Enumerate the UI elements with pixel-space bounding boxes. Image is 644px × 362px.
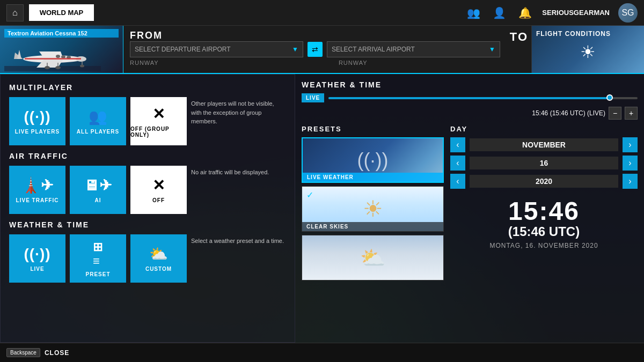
live-traffic-label: LIVE TRAFFIC [16, 197, 59, 203]
day-column: DAY ‹ NOVEMBER › ‹ 16 › ‹ 2020 › [450, 125, 638, 284]
svg-rect-10 [25, 58, 81, 60]
flight-conditions-icon: ☀ [536, 42, 640, 62]
tile-live-traffic[interactable]: 🗼✈ LIVE TRAFFIC [9, 166, 65, 214]
arrival-airport-select[interactable]: SELECT ARRIVAL AIRPORT ▼ [327, 41, 500, 57]
arrival-runway-label: RUNWAY [339, 60, 368, 66]
tile-all-players[interactable]: 👥 ALL PLAYERS [70, 97, 126, 145]
aircraft-name: Textron Aviation Cessna 152 [4, 29, 119, 38]
departure-runway-label: RUNWAY [130, 60, 159, 66]
flight-conditions-title: FLIGHT CONDITIONS [536, 30, 640, 38]
tile-off-group[interactable]: ✕ OFF (GROUP ONLY) [130, 97, 187, 145]
home-button[interactable]: ⌂ [6, 4, 24, 21]
big-utc-value: (15:46 UTC) [450, 224, 638, 240]
traffic-off-icon: ✕ [152, 176, 165, 194]
arrival-placeholder: SELECT ARRIVAL AIRPORT [332, 46, 415, 53]
time-minus-button[interactable]: − [609, 107, 621, 120]
big-clock: 15:46 (15:46 UTC) MONTAG, 16. NOVEMBER 2… [450, 198, 638, 249]
month-next-button[interactable]: › [623, 137, 638, 152]
backspace-key-badge: Backspace [6, 348, 40, 357]
preset-few-clouds-card[interactable]: ⛅ [302, 235, 444, 280]
multiplayer-options: ((·)) LIVE PLAYERS 👥 ALL PLAYERS ✕ OFF (… [9, 97, 286, 145]
multiplayer-title: MULTIPLAYER [9, 83, 286, 92]
svg-point-9 [56, 55, 60, 58]
departure-placeholder: SELECT DEPARTURE AIRPORT [135, 46, 231, 53]
month-value: NOVEMBER [470, 138, 618, 151]
year-prev-button[interactable]: ‹ [450, 174, 465, 189]
ai-icon: 🖥✈ [84, 176, 112, 194]
time-slider-row: LIVE [302, 93, 638, 102]
group-nav-icon: 👥 [467, 6, 480, 19]
from-label: FROM [130, 30, 500, 41]
world-map-tab[interactable]: WORLD MAP [29, 4, 94, 21]
day-prev-button[interactable]: ‹ [450, 156, 465, 171]
departure-airport-select[interactable]: SELECT DEPARTURE AIRPORT ▼ [130, 41, 303, 57]
tile-preset[interactable]: ⊞≡ PRESET [70, 234, 126, 283]
all-players-icon: 👥 [89, 108, 108, 125]
live-players-icon: ((·)) [24, 108, 50, 125]
air-traffic-options: 🗼✈ LIVE TRAFFIC 🖥✈ AI ✕ OFF No air traff… [9, 166, 286, 214]
big-time-value: 15:46 [450, 198, 638, 224]
tile-traffic-off[interactable]: ✕ OFF [130, 166, 187, 214]
nav-icons: 👥 👤 🔔 SERIOUSGEARMAN SG [465, 3, 638, 23]
aircraft-preview[interactable]: Textron Aviation Cessna 152 [0, 26, 123, 73]
day-number-row: ‹ 16 › [450, 156, 638, 171]
weather-time-desc: Select a weather preset and a time. [191, 234, 286, 246]
live-weather-preset-icon: ((·)) [357, 149, 389, 172]
traffic-off-label: OFF [152, 197, 165, 203]
right-panel: WEATHER & TIME LIVE 15:46 (15:46 UTC) (L… [295, 74, 644, 343]
weather-time-left-title: WEATHER & TIME [9, 220, 286, 229]
month-prev-button[interactable]: ‹ [450, 137, 465, 152]
off-group-label: OFF (GROUP ONLY) [130, 126, 187, 138]
arrival-dropdown-arrow: ▼ [489, 46, 495, 53]
person-nav-button[interactable]: 👤 [491, 4, 508, 21]
flight-conditions-panel: FLIGHT CONDITIONS ☀ [531, 26, 644, 73]
air-traffic-title: AIR TRAFFIC [9, 152, 286, 160]
clear-skies-preset-label: CLEAR SKIES [302, 222, 443, 231]
month-row: ‹ NOVEMBER › [450, 137, 638, 152]
time-slider-container[interactable] [328, 97, 638, 99]
year-value: 2020 [470, 175, 618, 188]
svg-point-13 [45, 66, 50, 69]
multiplayer-desc: Other players will not be visible, with … [191, 97, 286, 126]
year-next-button[interactable]: › [623, 174, 638, 189]
preset-live-weather-card[interactable]: ((·)) LIVE WEATHER [302, 137, 444, 183]
tile-custom[interactable]: ⛅ CUSTOM [130, 234, 187, 283]
presets-area: PRESETS ((·)) LIVE WEATHER ☀ ✓ CLEAR SKI… [302, 125, 638, 284]
time-plus-button[interactable]: + [625, 107, 638, 120]
left-panel: MULTIPLAYER ((·)) LIVE PLAYERS 👥 ALL PLA… [0, 74, 295, 343]
clear-skies-check: ✓ [306, 190, 313, 200]
few-clouds-preset-icon: ⛅ [360, 246, 385, 270]
off-group-icon: ✕ [152, 105, 165, 123]
live-weather-preset-label: LIVE WEATHER [303, 173, 443, 182]
weather-time-right-title: WEATHER & TIME [302, 80, 638, 89]
preset-icon: ⊞≡ [93, 240, 103, 268]
preset-label: PRESET [85, 271, 110, 277]
day-next-button[interactable]: › [623, 156, 638, 171]
home-icon: ⌂ [12, 8, 18, 17]
presets-title: PRESETS [302, 125, 444, 133]
time-display-row: 15:46 (15:46 UTC) (LIVE) − + [302, 107, 638, 120]
svg-marker-4 [17, 50, 21, 59]
airport-row: SELECT DEPARTURE AIRPORT ▼ ⇄ SELECT ARRI… [130, 41, 500, 57]
all-players-label: ALL PLAYERS [77, 129, 119, 135]
tile-ai[interactable]: 🖥✈ AI [70, 166, 126, 214]
bell-nav-icon: 🔔 [518, 6, 532, 19]
tile-live-players[interactable]: ((·)) LIVE PLAYERS [9, 97, 65, 145]
from-section: FROM SELECT DEPARTURE AIRPORT ▼ ⇄ SELECT… [123, 26, 507, 73]
bell-nav-button[interactable]: 🔔 [516, 4, 533, 21]
live-players-label: LIVE PLAYERS [15, 129, 60, 135]
person-nav-icon: 👤 [493, 6, 506, 19]
swap-airports-button[interactable]: ⇄ [308, 42, 323, 57]
aircraft-image [4, 42, 101, 71]
big-date-value: MONTAG, 16. NOVEMBER 2020 [450, 242, 638, 249]
svg-point-14 [55, 66, 61, 69]
slider-fill [328, 97, 613, 99]
tile-live-weather[interactable]: ((·)) LIVE [9, 234, 65, 283]
group-nav-button[interactable]: 👥 [465, 4, 482, 21]
day-title: DAY [450, 125, 638, 133]
to-section: TO [507, 26, 531, 73]
slider-thumb [606, 94, 613, 101]
air-traffic-desc: No air traffic will be displayed. [191, 166, 286, 177]
preset-clear-skies-card[interactable]: ☀ ✓ CLEAR SKIES [302, 186, 444, 232]
main-content: MULTIPLAYER ((·)) LIVE PLAYERS 👥 ALL PLA… [0, 74, 644, 343]
